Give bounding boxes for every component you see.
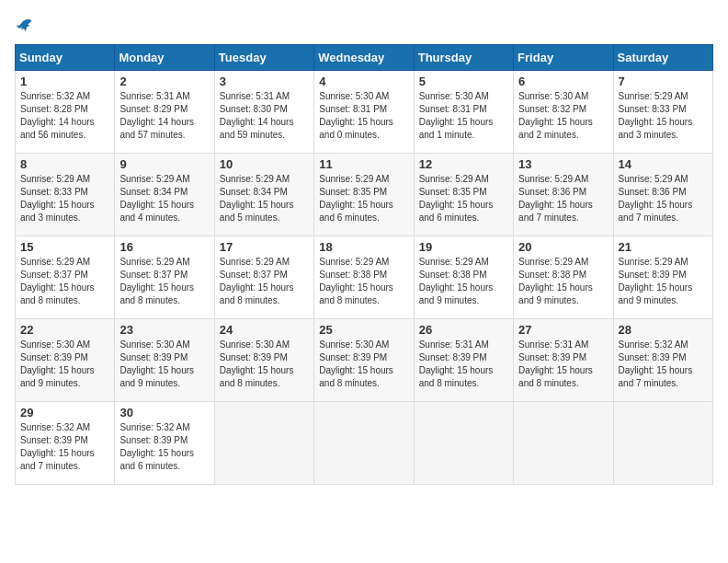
calendar-day-cell: 22Sunrise: 5:30 AM Sunset: 8:39 PM Dayli… — [16, 319, 115, 402]
calendar-day-cell: 25Sunrise: 5:30 AM Sunset: 8:39 PM Dayli… — [314, 319, 414, 402]
day-number: 17 — [220, 240, 309, 254]
day-number: 27 — [518, 323, 608, 337]
day-number: 23 — [119, 323, 209, 337]
day-number: 29 — [20, 406, 109, 419]
day-info: Sunrise: 5:30 AM Sunset: 8:31 PM Dayligh… — [319, 90, 408, 142]
calendar-day-cell: 9Sunrise: 5:29 AM Sunset: 8:34 PM Daylig… — [115, 154, 214, 236]
calendar-day-cell: 14Sunrise: 5:29 AM Sunset: 8:36 PM Dayli… — [613, 154, 712, 236]
day-number: 2 — [119, 75, 209, 88]
calendar-week-row: 22Sunrise: 5:30 AM Sunset: 8:39 PM Dayli… — [16, 319, 713, 402]
day-info: Sunrise: 5:30 AM Sunset: 8:39 PM Dayligh… — [20, 339, 109, 390]
day-info: Sunrise: 5:31 AM Sunset: 8:39 PM Dayligh… — [518, 339, 608, 390]
calendar-day-cell: 7Sunrise: 5:29 AM Sunset: 8:33 PM Daylig… — [613, 71, 712, 154]
calendar-day-cell: 5Sunrise: 5:30 AM Sunset: 8:31 PM Daylig… — [414, 71, 513, 154]
calendar-day-cell: 30Sunrise: 5:32 AM Sunset: 8:39 PM Dayli… — [115, 402, 214, 485]
calendar-day-cell — [613, 402, 712, 485]
day-of-week-header: Friday — [514, 45, 613, 71]
day-number: 30 — [119, 406, 209, 419]
day-of-week-header: Wednesday — [314, 45, 414, 71]
day-number: 16 — [119, 240, 209, 254]
calendar-table: SundayMondayTuesdayWednesdayThursdayFrid… — [15, 44, 713, 485]
day-info: Sunrise: 5:29 AM Sunset: 8:36 PM Dayligh… — [518, 173, 608, 224]
day-info: Sunrise: 5:29 AM Sunset: 8:38 PM Dayligh… — [319, 256, 408, 307]
day-number: 14 — [619, 157, 708, 171]
day-info: Sunrise: 5:30 AM Sunset: 8:32 PM Dayligh… — [518, 90, 608, 142]
calendar-day-cell: 28Sunrise: 5:32 AM Sunset: 8:39 PM Dayli… — [613, 319, 712, 402]
day-number: 12 — [419, 157, 508, 171]
day-info: Sunrise: 5:32 AM Sunset: 8:39 PM Dayligh… — [20, 421, 109, 473]
calendar-day-cell: 24Sunrise: 5:30 AM Sunset: 8:39 PM Dayli… — [214, 319, 313, 402]
calendar-day-cell: 29Sunrise: 5:32 AM Sunset: 8:39 PM Dayli… — [16, 402, 115, 485]
day-info: Sunrise: 5:29 AM Sunset: 8:39 PM Dayligh… — [619, 256, 708, 307]
day-number: 13 — [518, 157, 608, 171]
calendar-day-cell: 19Sunrise: 5:29 AM Sunset: 8:38 PM Dayli… — [414, 236, 513, 319]
day-info: Sunrise: 5:32 AM Sunset: 8:28 PM Dayligh… — [20, 90, 109, 142]
day-number: 15 — [20, 240, 109, 254]
calendar-day-cell: 27Sunrise: 5:31 AM Sunset: 8:39 PM Dayli… — [514, 319, 613, 402]
day-info: Sunrise: 5:30 AM Sunset: 8:39 PM Dayligh… — [119, 339, 209, 390]
day-info: Sunrise: 5:31 AM Sunset: 8:39 PM Dayligh… — [419, 339, 508, 390]
calendar-day-cell: 17Sunrise: 5:29 AM Sunset: 8:37 PM Dayli… — [214, 236, 313, 319]
logo — [15, 15, 33, 33]
day-info: Sunrise: 5:30 AM Sunset: 8:39 PM Dayligh… — [220, 339, 309, 390]
day-number: 24 — [220, 323, 309, 337]
calendar-day-cell: 15Sunrise: 5:29 AM Sunset: 8:37 PM Dayli… — [16, 236, 115, 319]
day-number: 26 — [419, 323, 508, 337]
day-number: 3 — [220, 75, 309, 88]
day-info: Sunrise: 5:29 AM Sunset: 8:34 PM Dayligh… — [220, 173, 309, 224]
calendar-day-cell — [414, 402, 513, 485]
calendar-day-cell: 4Sunrise: 5:30 AM Sunset: 8:31 PM Daylig… — [314, 71, 414, 154]
day-number: 25 — [319, 323, 408, 337]
day-number: 22 — [20, 323, 109, 337]
day-info: Sunrise: 5:31 AM Sunset: 8:30 PM Dayligh… — [220, 90, 309, 142]
day-number: 5 — [419, 75, 508, 88]
day-info: Sunrise: 5:31 AM Sunset: 8:29 PM Dayligh… — [119, 90, 209, 142]
day-number: 11 — [319, 157, 408, 171]
calendar-day-cell: 26Sunrise: 5:31 AM Sunset: 8:39 PM Dayli… — [414, 319, 513, 402]
day-info: Sunrise: 5:29 AM Sunset: 8:34 PM Dayligh… — [119, 173, 209, 224]
day-info: Sunrise: 5:30 AM Sunset: 8:39 PM Dayligh… — [319, 339, 408, 390]
calendar-day-cell — [514, 402, 613, 485]
calendar-day-cell: 10Sunrise: 5:29 AM Sunset: 8:34 PM Dayli… — [214, 154, 313, 236]
day-number: 8 — [20, 157, 109, 171]
calendar-day-cell: 8Sunrise: 5:29 AM Sunset: 8:33 PM Daylig… — [16, 154, 115, 236]
calendar-week-row: 1Sunrise: 5:32 AM Sunset: 8:28 PM Daylig… — [16, 71, 713, 154]
calendar-day-cell: 13Sunrise: 5:29 AM Sunset: 8:36 PM Dayli… — [514, 154, 613, 236]
calendar-header-row: SundayMondayTuesdayWednesdayThursdayFrid… — [16, 45, 713, 71]
calendar-day-cell: 16Sunrise: 5:29 AM Sunset: 8:37 PM Dayli… — [115, 236, 214, 319]
calendar-week-row: 8Sunrise: 5:29 AM Sunset: 8:33 PM Daylig… — [16, 154, 713, 236]
day-of-week-header: Monday — [115, 45, 214, 71]
day-of-week-header: Thursday — [414, 45, 513, 71]
day-number: 9 — [119, 157, 209, 171]
day-info: Sunrise: 5:29 AM Sunset: 8:35 PM Dayligh… — [419, 173, 508, 224]
day-of-week-header: Tuesday — [214, 45, 313, 71]
calendar-day-cell: 11Sunrise: 5:29 AM Sunset: 8:35 PM Dayli… — [314, 154, 414, 236]
page-header — [15, 15, 713, 33]
day-info: Sunrise: 5:29 AM Sunset: 8:38 PM Dayligh… — [518, 256, 608, 307]
day-info: Sunrise: 5:32 AM Sunset: 8:39 PM Dayligh… — [619, 339, 708, 390]
calendar-day-cell: 23Sunrise: 5:30 AM Sunset: 8:39 PM Dayli… — [115, 319, 214, 402]
logo-icon — [15, 15, 33, 33]
calendar-day-cell: 21Sunrise: 5:29 AM Sunset: 8:39 PM Dayli… — [613, 236, 712, 319]
day-number: 20 — [518, 240, 608, 254]
calendar-day-cell: 6Sunrise: 5:30 AM Sunset: 8:32 PM Daylig… — [514, 71, 613, 154]
calendar-day-cell: 20Sunrise: 5:29 AM Sunset: 8:38 PM Dayli… — [514, 236, 613, 319]
calendar-day-cell: 18Sunrise: 5:29 AM Sunset: 8:38 PM Dayli… — [314, 236, 414, 319]
day-number: 10 — [220, 157, 309, 171]
day-of-week-header: Sunday — [16, 45, 115, 71]
day-number: 21 — [619, 240, 708, 254]
day-number: 18 — [319, 240, 408, 254]
calendar-week-row: 15Sunrise: 5:29 AM Sunset: 8:37 PM Dayli… — [16, 236, 713, 319]
day-info: Sunrise: 5:29 AM Sunset: 8:37 PM Dayligh… — [20, 256, 109, 307]
day-info: Sunrise: 5:32 AM Sunset: 8:39 PM Dayligh… — [119, 421, 209, 473]
day-number: 7 — [619, 75, 708, 88]
day-info: Sunrise: 5:29 AM Sunset: 8:37 PM Dayligh… — [119, 256, 209, 307]
day-number: 1 — [20, 75, 109, 88]
calendar-day-cell: 3Sunrise: 5:31 AM Sunset: 8:30 PM Daylig… — [214, 71, 313, 154]
calendar-day-cell — [314, 402, 414, 485]
calendar-day-cell — [214, 402, 313, 485]
day-number: 28 — [619, 323, 708, 337]
calendar-week-row: 29Sunrise: 5:32 AM Sunset: 8:39 PM Dayli… — [16, 402, 713, 485]
day-number: 6 — [518, 75, 608, 88]
day-info: Sunrise: 5:29 AM Sunset: 8:37 PM Dayligh… — [220, 256, 309, 307]
